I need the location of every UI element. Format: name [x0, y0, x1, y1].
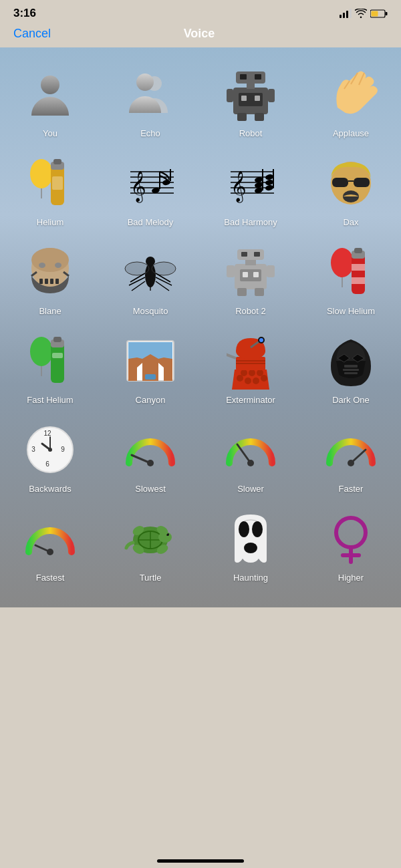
slower-gauge-icon: [221, 420, 281, 480]
fast-helium-label: Fast Helium: [27, 395, 73, 405]
grid-item-robot2[interactable]: Robot 2: [200, 235, 301, 324]
svg-point-5: [136, 74, 154, 91]
svg-rect-22: [53, 159, 61, 164]
exterminator-label: Exterminator: [226, 395, 275, 405]
svg-point-66: [125, 262, 149, 275]
faster-label: Faster: [339, 484, 364, 494]
grid-item-slow-helium[interactable]: Slow Helium: [301, 235, 401, 324]
svg-rect-15: [268, 89, 275, 102]
canyon-icon: [120, 331, 180, 391]
haunting-label: Haunting: [233, 573, 268, 583]
helium-label: Helium: [37, 217, 63, 227]
svg-rect-77: [253, 272, 259, 277]
grid-item-turtle[interactable]: Turtle: [100, 502, 200, 591]
faster-gauge-icon: [321, 420, 381, 480]
wifi-icon: [355, 9, 367, 18]
grid-item-bad-harmony[interactable]: 𝄞 Bad Harmony: [200, 146, 301, 235]
slow-helium-label: Slow Helium: [327, 306, 375, 316]
robot2-label: Robot 2: [235, 306, 266, 316]
status-time: 3:16: [13, 7, 36, 20]
backwards-icon: 12 6 3 9: [20, 420, 80, 480]
svg-point-149: [244, 543, 257, 553]
svg-point-150: [336, 518, 366, 547]
svg-point-107: [249, 370, 255, 376]
content-area: You: [0, 47, 401, 607]
grid-item-haunting[interactable]: Haunting: [200, 502, 301, 591]
svg-text:𝄞: 𝄞: [231, 171, 247, 203]
svg-point-132: [247, 460, 254, 466]
svg-rect-9: [255, 96, 260, 101]
svg-point-56: [55, 263, 61, 268]
svg-rect-83: [267, 265, 275, 277]
svg-point-128: [48, 448, 52, 452]
grid-item-robot[interactable]: Robot: [200, 57, 301, 146]
cancel-button[interactable]: Cancel: [13, 27, 51, 41]
haunting-icon: [221, 509, 281, 569]
blane-icon: [20, 242, 80, 302]
robot-icon: [221, 64, 281, 124]
svg-rect-119: [343, 369, 359, 371]
svg-rect-17: [255, 113, 264, 121]
robot2-icon: [221, 242, 281, 302]
status-icons: [340, 9, 388, 18]
voice-grid: You: [0, 54, 401, 594]
grid-item-exterminator[interactable]: Exterminator: [200, 324, 301, 413]
svg-rect-80: [241, 252, 247, 257]
grid-item-dark-one[interactable]: Dark One: [301, 324, 401, 413]
status-bar: 3:16: [0, 0, 401, 24]
svg-rect-82: [227, 265, 235, 277]
mosquito-label: Mosquito: [133, 306, 168, 316]
grid-item-you[interactable]: You: [0, 57, 100, 146]
slow-helium-icon: [321, 242, 381, 302]
svg-point-93: [30, 337, 53, 366]
grid-item-slowest[interactable]: Slowest: [100, 413, 200, 502]
grid-item-helium[interactable]: Helium: [0, 146, 100, 235]
svg-rect-60: [55, 279, 59, 284]
svg-rect-12: [240, 74, 247, 80]
applause-label: Applause: [333, 128, 369, 138]
grid-item-applause[interactable]: Applause: [301, 57, 401, 146]
svg-line-131: [237, 444, 251, 463]
svg-rect-23: [52, 176, 63, 190]
you-icon: [20, 64, 80, 124]
svg-rect-59: [50, 279, 53, 284]
grid-item-mosquito[interactable]: Mosquito: [100, 235, 200, 324]
grid-item-fast-helium[interactable]: Fast Helium: [0, 324, 100, 413]
bad-melody-label: Bad Melody: [128, 217, 174, 227]
svg-rect-91: [352, 264, 365, 271]
svg-point-18: [30, 159, 53, 188]
svg-point-55: [39, 263, 45, 268]
dax-label: Dax: [343, 217, 358, 227]
higher-icon: [321, 509, 381, 569]
grid-item-backwards[interactable]: 12 6 3 9 Backwards: [0, 413, 100, 502]
grid-item-higher[interactable]: Higher: [301, 502, 401, 591]
grid-item-faster[interactable]: Faster: [301, 413, 401, 502]
grid-item-fastest[interactable]: Fastest: [0, 502, 100, 591]
svg-point-130: [147, 460, 154, 466]
grid-item-echo[interactable]: Echo: [100, 57, 200, 146]
battery-icon: [370, 9, 388, 18]
grid-item-bad-melody[interactable]: 𝄞 Bad Melody: [100, 146, 200, 235]
svg-point-86: [331, 248, 354, 277]
fastest-gauge-icon: [20, 509, 80, 569]
grid-item-slower[interactable]: Slower: [200, 413, 301, 502]
svg-rect-97: [53, 337, 61, 342]
svg-text:12: 12: [43, 430, 51, 437]
blane-label: Blane: [39, 306, 61, 316]
svg-point-148: [252, 521, 263, 537]
bad-melody-icon: 𝄞: [120, 153, 180, 213]
svg-point-45: [265, 178, 274, 186]
dark-one-label: Dark One: [332, 395, 370, 405]
grid-item-blane[interactable]: Blane: [0, 235, 100, 324]
svg-point-44: [265, 184, 274, 191]
svg-point-54: [31, 248, 69, 272]
grid-item-dax[interactable]: Dax: [301, 146, 401, 235]
grid-item-canyon[interactable]: Canyon: [100, 324, 200, 413]
svg-rect-76: [243, 272, 248, 277]
echo-icon: [120, 64, 180, 124]
svg-point-102: [237, 375, 243, 382]
svg-point-136: [47, 549, 53, 555]
svg-rect-58: [45, 279, 48, 284]
svg-point-46: [265, 173, 274, 180]
svg-rect-98: [52, 353, 63, 358]
